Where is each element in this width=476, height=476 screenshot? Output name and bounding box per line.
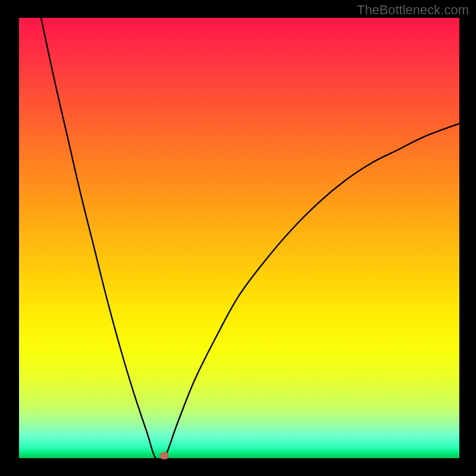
watermark-text: TheBottleneck.com [357,2,469,18]
plot-area [19,18,459,458]
optimal-marker [160,452,168,459]
bottleneck-curve [41,18,459,458]
curve-svg [19,18,459,458]
